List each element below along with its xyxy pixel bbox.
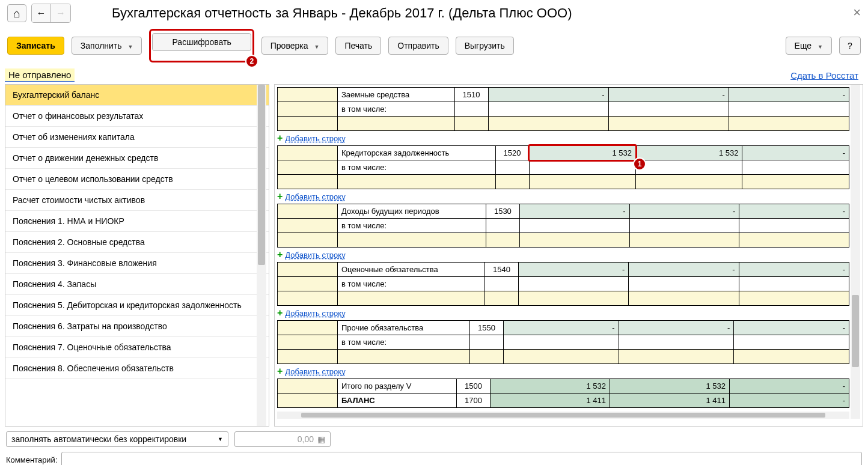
back-button[interactable] — [32, 4, 51, 22]
value-input[interactable]: 0,00 — [234, 431, 331, 447]
sidebar-item-notes2[interactable]: Пояснения 2. Основные средства — [5, 232, 269, 253]
help-button[interactable]: ? — [839, 37, 861, 55]
row-1520-v2[interactable]: 1 532 — [635, 146, 742, 160]
plus-icon: + — [277, 366, 283, 377]
content-vscroll[interactable] — [851, 85, 860, 419]
row-1510-code: 1510 — [454, 88, 488, 102]
send-button[interactable]: Отправить — [388, 37, 448, 55]
row-1540-label: Оценочные обязательства — [338, 263, 485, 277]
row-1500-v3[interactable]: - — [729, 379, 849, 394]
sidebar-item-notes6[interactable]: Пояснения 6. Затраты на производство — [5, 316, 269, 337]
sidebar-item-notes3[interactable]: Пояснения 3. Финансовые вложения — [5, 253, 269, 274]
row-1700-code: 1700 — [456, 394, 490, 408]
row-1520-sub: в том числе: — [338, 160, 496, 175]
row-1520-v1[interactable]: 1 532 1 — [529, 146, 635, 160]
sidebar-item-balance[interactable]: Бухгалтерский баланс — [5, 85, 269, 106]
sidebar-item-notes5[interactable]: Пояснения 5. Дебиторская и кредиторская … — [5, 295, 269, 316]
arrow-right-icon — [56, 8, 66, 19]
more-button[interactable]: Еще — [786, 37, 832, 55]
sidebar-item-target-use[interactable]: Отчет о целевом использовании средств — [5, 169, 269, 190]
sidebar-item-notes7[interactable]: Пояснения 7. Оценочные обязательства — [5, 337, 269, 358]
fill-mode-select[interactable]: заполнять автоматически без корректировк… — [6, 431, 228, 447]
row-1540-code: 1540 — [484, 263, 518, 277]
home-icon — [13, 7, 20, 20]
sidebar-item-notes8[interactable]: Пояснения 8. Обеспечения обязательств — [5, 358, 269, 379]
close-button[interactable]: × — [853, 6, 861, 19]
decode-button[interactable]: Расшифровать — [152, 33, 251, 51]
row-1520-label: Кредиторская задолженность — [338, 146, 496, 160]
row-1500-v2[interactable]: 1 532 — [610, 379, 729, 394]
print-button[interactable]: Печать — [335, 37, 381, 55]
comment-label: Комментарий: — [6, 455, 58, 464]
forward-button — [51, 4, 70, 22]
row-1510-v1[interactable]: - — [488, 88, 608, 102]
write-button[interactable]: Записать — [7, 37, 64, 55]
callout-1: 1 — [633, 157, 646, 171]
row-1530-code: 1530 — [486, 204, 519, 219]
row-1530-label: Доходы будущих периодов — [338, 204, 486, 219]
row-1510-label: Заемные средства — [338, 88, 455, 102]
submit-rosstat-link[interactable]: Сдать в Росстат — [790, 70, 858, 81]
row-1510-sub: в том числе: — [338, 102, 455, 117]
calculator-icon — [317, 434, 325, 444]
row-1500-v1[interactable]: 1 532 — [490, 379, 610, 394]
export-button[interactable]: Выгрузить — [456, 37, 514, 55]
plus-icon: + — [277, 249, 283, 260]
add-row-2[interactable]: +Добавить строку — [277, 189, 849, 204]
add-row-5[interactable]: +Добавить строку — [277, 364, 849, 378]
check-button[interactable]: Проверка — [261, 37, 329, 55]
home-button[interactable] — [7, 4, 26, 22]
add-row-4[interactable]: +Добавить строку — [277, 306, 849, 320]
sidebar-scrollbar[interactable] — [257, 85, 266, 426]
page-title: Бухгалтерская отчетность за Январь - Дек… — [112, 5, 572, 21]
sidebar-item-net-assets[interactable]: Расчет стоимости чистых активов — [5, 190, 269, 211]
plus-icon: + — [277, 308, 283, 318]
row-1510-v2[interactable]: - — [608, 88, 729, 102]
plus-icon: + — [277, 191, 283, 202]
comment-input[interactable] — [61, 452, 863, 465]
fill-button[interactable]: Заполнить — [72, 37, 142, 55]
sidebar-item-notes1[interactable]: Пояснения 1. НМА и НИОКР — [5, 211, 269, 232]
sidebar-item-capital[interactable]: Отчет об изменениях капитала — [5, 127, 269, 148]
row-1520-v3[interactable]: - — [742, 146, 849, 160]
chevron-down-icon: ▼ — [218, 436, 223, 442]
content-hscroll[interactable] — [277, 412, 849, 419]
row-1550-label: Прочие обязательства — [338, 321, 470, 335]
row-1700-v3[interactable]: - — [729, 394, 849, 408]
sidebar-item-cashflow[interactable]: Отчет о движении денежных средств — [5, 148, 269, 169]
content: Заемные средства 1510 - - - в том числе:… — [274, 84, 863, 427]
decode-highlight: Расшифровать 2 — [149, 29, 254, 62]
plus-icon: + — [277, 133, 283, 144]
row-1550-code: 1550 — [469, 321, 503, 335]
row-1700-v2[interactable]: 1 411 — [610, 394, 729, 408]
status-text: Не отправлено — [5, 68, 75, 82]
sidebar-item-notes4[interactable]: Пояснения 4. Запасы — [5, 274, 269, 295]
row-1520-code: 1520 — [495, 146, 529, 160]
row-1510-v3[interactable]: - — [729, 88, 849, 102]
row-1500-label: Итого по разделу V — [338, 379, 457, 394]
arrow-left-icon — [37, 8, 46, 19]
row-1700-label: БАЛАНС — [338, 394, 457, 408]
add-row-3[interactable]: +Добавить строку — [277, 248, 849, 262]
nav-arrows — [31, 4, 71, 23]
row-1700-v1[interactable]: 1 411 — [490, 394, 610, 408]
balance-table: Заемные средства 1510 - - - в том числе: — [277, 87, 849, 131]
sidebar-item-fin-results[interactable]: Отчет о финансовых результатах — [5, 106, 269, 127]
add-row-1[interactable]: +Добавить строку — [277, 131, 849, 145]
sidebar: Бухгалтерский баланс Отчет о финансовых … — [5, 84, 269, 427]
row-1500-code: 1500 — [456, 379, 490, 394]
